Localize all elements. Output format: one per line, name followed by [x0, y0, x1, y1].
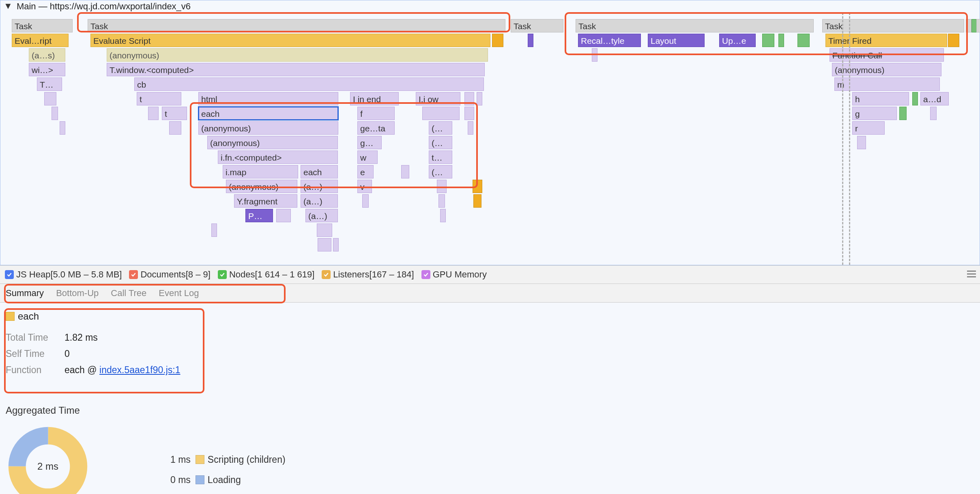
flame-bar[interactable]	[464, 107, 474, 120]
flame-bar[interactable]: Task	[511, 19, 563, 32]
flame-bar[interactable]: t…	[429, 150, 452, 164]
flame-bar[interactable]	[778, 34, 784, 47]
flame-bar[interactable]	[148, 107, 159, 120]
flame-bar[interactable]: (anonymous)	[207, 136, 338, 149]
main-thread-header[interactable]: ▼ Main — https://wq.jd.com/wxportal/inde…	[4, 1, 191, 12]
flame-bar[interactable]	[948, 34, 959, 47]
flame-bar[interactable]	[930, 107, 937, 120]
flame-bar[interactable]: (a…)	[305, 209, 338, 222]
flame-bar[interactable]	[468, 121, 473, 135]
flame-bar[interactable]	[44, 92, 56, 105]
flame-bar[interactable]: html	[198, 92, 338, 105]
flame-bar[interactable]	[437, 180, 447, 193]
flame-bar[interactable]	[857, 136, 866, 149]
hamburger-icon[interactable]	[967, 271, 976, 278]
flame-bar[interactable]: each	[301, 165, 338, 178]
flame-bar[interactable]	[60, 121, 65, 135]
flame-bar[interactable]: h	[852, 92, 909, 105]
flame-bar[interactable]: (anonymous)	[226, 180, 297, 193]
flame-bar[interactable]: cb	[134, 77, 484, 91]
flame-bar[interactable]	[473, 194, 481, 208]
flame-bar[interactable]: (anonymous)	[198, 121, 338, 135]
flame-bar[interactable]: f	[357, 107, 395, 120]
flame-bar[interactable]: t	[162, 107, 187, 120]
memory-counter[interactable]: Nodes[1 614 – 1 619]	[218, 269, 314, 280]
flame-bar[interactable]	[797, 34, 810, 47]
tab-event-log[interactable]: Event Log	[159, 288, 199, 299]
flame-bar[interactable]	[440, 209, 446, 222]
tab-call-tree[interactable]: Call Tree	[111, 288, 146, 299]
flame-bar[interactable]: I.i ow	[416, 92, 460, 105]
flame-bar[interactable]: t	[137, 92, 181, 105]
flame-chart[interactable]: ▼ Main — https://wq.jd.com/wxportal/inde…	[0, 0, 980, 265]
flame-bar[interactable]: g…	[357, 136, 382, 149]
flame-bar[interactable]	[318, 238, 331, 251]
flame-bar[interactable]	[592, 48, 597, 62]
flame-bar[interactable]: (…	[429, 165, 452, 178]
flame-bar[interactable]	[899, 107, 907, 120]
checkbox-icon[interactable]	[218, 270, 227, 279]
flame-bar[interactable]: (a…)	[301, 180, 338, 193]
flame-bar[interactable]	[912, 92, 918, 105]
flame-bar[interactable]	[276, 209, 291, 222]
flame-bar[interactable]	[211, 223, 217, 237]
flame-bar[interactable]: T…	[37, 77, 62, 91]
flame-bar[interactable]: g	[852, 107, 897, 120]
disclosure-triangle-icon[interactable]: ▼	[4, 1, 13, 11]
flame-bar[interactable]	[422, 107, 460, 120]
flame-bar[interactable]: wi…>	[29, 63, 65, 76]
flame-bar[interactable]	[473, 180, 482, 193]
flame-bar[interactable]: (…	[429, 136, 452, 149]
flame-bar[interactable]: Up…e	[719, 34, 756, 47]
flame-bar[interactable]	[333, 238, 339, 251]
flame-bar[interactable]	[52, 107, 58, 120]
flame-bar[interactable]: Evaluate Script	[90, 34, 490, 47]
flame-bar[interactable]: Recal…tyle	[578, 34, 641, 47]
flame-bar[interactable]	[528, 34, 533, 47]
tab-bottom-up[interactable]: Bottom-Up	[56, 288, 99, 299]
flame-bar[interactable]	[976, 19, 980, 32]
flame-bar[interactable]	[492, 34, 503, 47]
memory-counter[interactable]: GPU Memory	[421, 269, 487, 280]
checkbox-icon[interactable]	[129, 270, 138, 279]
flame-bar[interactable]: e	[357, 165, 374, 178]
flame-bar[interactable]	[477, 92, 482, 105]
flame-bar[interactable]	[362, 194, 369, 208]
flame-bar[interactable]: I in end	[350, 92, 399, 105]
flame-bar[interactable]	[762, 34, 774, 47]
flame-bar[interactable]: a…d	[920, 92, 949, 105]
flame-bar[interactable]: i.fn.<computed>	[218, 150, 338, 164]
flame-bar[interactable]: w	[357, 150, 378, 164]
flame-bar[interactable]: Y.fragment	[234, 194, 297, 208]
flame-bar[interactable]: T.window.<computed>	[107, 63, 485, 76]
flame-bar[interactable]: i.map	[223, 165, 298, 178]
flame-bar[interactable]: Task	[576, 19, 814, 32]
flame-bar[interactable]	[169, 121, 181, 135]
checkbox-icon[interactable]	[322, 270, 331, 279]
tab-summary[interactable]: Summary	[6, 288, 44, 299]
checkbox-icon[interactable]	[5, 270, 14, 279]
flame-bar[interactable]	[966, 19, 971, 32]
flame-bar[interactable]: Layout	[648, 34, 705, 47]
flame-bar[interactable]: ge…ta	[357, 121, 395, 135]
memory-counter[interactable]: JS Heap[5.0 MB – 5.8 MB]	[5, 269, 122, 280]
flame-bar[interactable]: Task	[12, 19, 73, 32]
flame-bar[interactable]: Eval…ript	[12, 34, 69, 47]
flame-bar[interactable]: Task	[88, 19, 505, 32]
flame-bar[interactable]	[438, 194, 445, 208]
flame-bar[interactable]: m	[834, 77, 940, 91]
flame-bar[interactable]: (…	[429, 121, 452, 135]
flame-bar[interactable]: (anonymous)	[107, 48, 488, 62]
flame-bar[interactable]: Task	[822, 19, 964, 32]
flame-bar[interactable]: P…	[245, 209, 273, 222]
flame-bar[interactable]: Function Call	[830, 48, 944, 62]
checkbox-icon[interactable]	[421, 270, 430, 279]
flame-bar[interactable]: v	[357, 180, 372, 193]
summary-source-link[interactable]: index.5aae1f90.js:1	[99, 365, 181, 375]
flame-bar[interactable]	[317, 223, 332, 237]
flame-bar[interactable]	[464, 92, 474, 105]
flame-bar[interactable]: r	[852, 121, 885, 135]
flame-bar[interactable]: (a…s)	[29, 48, 65, 62]
flame-bar[interactable]: (anonymous)	[832, 63, 941, 76]
memory-counter[interactable]: Documents[8 – 9]	[129, 269, 210, 280]
